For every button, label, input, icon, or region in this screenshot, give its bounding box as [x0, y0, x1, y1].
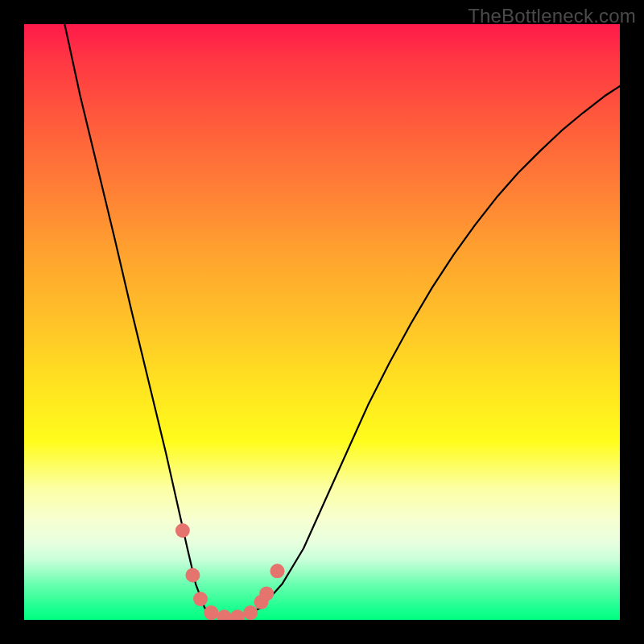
data-marker — [175, 523, 190, 538]
marker-group — [175, 523, 285, 620]
plot-area — [24, 24, 620, 620]
chart-frame: TheBottleneck.com — [0, 0, 644, 644]
data-marker — [185, 568, 200, 583]
data-marker — [204, 605, 218, 620]
data-marker — [193, 592, 208, 606]
data-marker — [230, 609, 245, 620]
data-marker — [217, 609, 232, 620]
data-marker — [270, 564, 285, 578]
curve-svg — [24, 24, 620, 620]
data-marker — [259, 586, 274, 601]
watermark-label: TheBottleneck.com — [468, 5, 636, 27]
bottleneck-curve — [64, 24, 620, 617]
data-marker — [243, 605, 258, 620]
